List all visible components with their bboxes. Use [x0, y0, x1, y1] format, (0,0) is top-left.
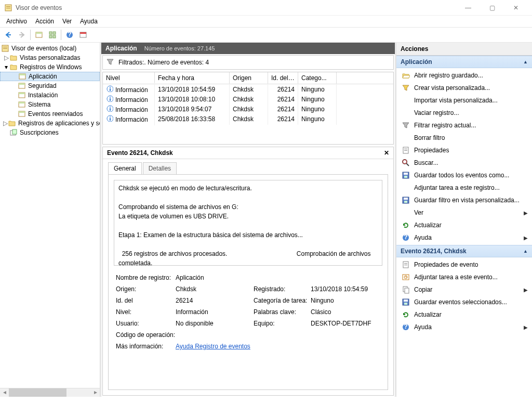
action-item[interactable]: Adjuntar tarea a este evento...	[396, 271, 532, 283]
action-item[interactable]: Guardar eventos seleccionados...	[396, 296, 532, 308]
save-icon	[402, 298, 410, 306]
action-item[interactable]: Borrar filtro	[396, 132, 532, 144]
tree-custom-views[interactable]: ▷ Vistas personalizadas	[0, 53, 100, 62]
subscription-icon	[9, 128, 18, 137]
toolbar-btn1[interactable]	[33, 29, 45, 41]
action-label: Filtrar registro actual...	[414, 122, 476, 129]
collapse-icon[interactable]: ▾	[3, 64, 9, 70]
tab-details[interactable]: Detalles	[143, 162, 177, 174]
tree-windows-logs[interactable]: ▾ Registros de Windows	[0, 62, 100, 72]
actions-header: Acciones	[396, 43, 532, 56]
action-item[interactable]: Guardar todos los eventos como...	[396, 169, 532, 181]
app-icon	[4, 4, 12, 12]
props-icon	[402, 146, 410, 154]
expand-icon[interactable]: ▷	[3, 120, 8, 126]
tree-subscriptions[interactable]: Suscripciones	[0, 128, 100, 137]
toolbar-sep	[30, 30, 31, 40]
action-label: Adjuntar tarea a este registro...	[414, 184, 500, 191]
action-label: Borrar filtro	[414, 134, 445, 141]
action-label: Ayuda	[414, 323, 432, 331]
event-message[interactable]: Chkdsk se ejecutó en modo de lectura/esc…	[114, 180, 382, 266]
action-item[interactable]: Importar vista personalizada...	[396, 94, 532, 107]
action-item[interactable]: Adjuntar tarea a este registro...	[396, 181, 532, 194]
maximize-button[interactable]: ▢	[480, 0, 504, 16]
task-icon	[402, 273, 410, 281]
lbl-eventid: Id. del	[116, 297, 176, 304]
tree-application[interactable]: Aplicación	[0, 72, 100, 81]
action-label: Abrir registro guardado...	[414, 72, 483, 79]
detail-title: Evento 26214, Chkdsk	[107, 149, 173, 157]
tree-root[interactable]: Visor de eventos (local)	[0, 44, 100, 53]
log-icon	[18, 72, 26, 81]
tab-general[interactable]: General	[108, 162, 142, 174]
lbl-logname: Nombre de registro:	[116, 274, 176, 281]
action-item[interactable]: Ver▶	[396, 206, 532, 219]
action-item[interactable]: Buscar...	[396, 157, 532, 169]
action-item[interactable]: Propiedades	[396, 144, 532, 157]
actions-section-event[interactable]: Evento 26214, Chkdsk▲	[396, 245, 532, 257]
info-icon	[106, 85, 113, 92]
action-item[interactable]: Ayuda▶	[396, 321, 532, 333]
action-label: Actualizar	[414, 222, 442, 229]
action-label: Actualizar	[414, 311, 442, 318]
tree-system[interactable]: Sistema	[0, 100, 100, 109]
action-item[interactable]: Vaciar registro...	[396, 107, 532, 119]
menu-file[interactable]: Archivo	[6, 18, 27, 25]
toolbar-btn3[interactable]	[77, 29, 89, 41]
log-icon	[18, 91, 26, 99]
window-title: Visor de eventos	[16, 4, 456, 11]
help-icon	[402, 323, 410, 331]
nav-tree[interactable]: Visor de eventos (local) ▷ Vistas person…	[0, 44, 100, 388]
col-source[interactable]: Origen	[230, 72, 268, 84]
lbl-taskcat: Categoría de tarea:	[254, 297, 311, 304]
menu-help[interactable]: Ayuda	[80, 18, 98, 25]
tree-apps-services[interactable]: ▷ Registros de aplicaciones y servicios	[0, 119, 100, 128]
action-label: Propiedades	[414, 147, 449, 154]
tree-forwarded[interactable]: Eventos reenviados	[0, 109, 100, 119]
action-item[interactable]: Copiar▶	[396, 283, 532, 296]
menu-view[interactable]: Ver	[62, 18, 72, 25]
toolbar-forward[interactable]	[16, 29, 28, 41]
props-icon	[402, 261, 410, 269]
val-level: Información	[176, 308, 254, 316]
action-item[interactable]: Abrir registro guardado...	[396, 69, 532, 82]
toolbar-back[interactable]	[2, 29, 15, 41]
action-label: Adjuntar tarea a este evento...	[414, 274, 498, 281]
event-grid[interactable]: Nivel Fecha y hora Origen Id. del ... Ca…	[102, 72, 394, 145]
col-category[interactable]: Catego...	[298, 72, 337, 84]
action-item[interactable]: Actualizar	[396, 219, 532, 231]
folder-icon	[9, 63, 18, 71]
chevron-up-icon: ▲	[523, 249, 528, 254]
action-item[interactable]: Actualizar	[396, 308, 532, 321]
val-eventid: 26214	[176, 297, 254, 304]
refresh-icon	[402, 310, 410, 319]
submenu-arrow-icon: ▶	[524, 287, 528, 293]
action-item[interactable]: Guardar filtro en vista personalizada...	[396, 194, 532, 206]
col-level[interactable]: Nivel	[103, 72, 155, 84]
action-item[interactable]: Ayuda▶	[396, 231, 532, 244]
folder-icon	[8, 119, 16, 127]
help-icon	[402, 233, 410, 242]
detail-close-button[interactable]: ✕	[384, 149, 389, 157]
tree-security[interactable]: Seguridad	[0, 81, 100, 90]
blank-icon	[402, 109, 410, 117]
action-item[interactable]: Propiedades de evento	[396, 258, 532, 271]
action-item[interactable]: Filtrar registro actual...	[396, 119, 532, 132]
col-eventid[interactable]: Id. del ...	[268, 72, 298, 84]
menu-action[interactable]: Acción	[35, 18, 54, 25]
tree-setup[interactable]: Instalación	[0, 90, 100, 100]
actions-section-application[interactable]: Aplicación▲	[396, 56, 532, 68]
event-row[interactable]: Información25/08/2018 16:33:58Chkdsk2621…	[103, 114, 393, 124]
close-button[interactable]: ✕	[504, 0, 528, 16]
action-item[interactable]: Crear vista personalizada...	[396, 82, 532, 94]
col-datetime[interactable]: Fecha y hora	[155, 72, 230, 84]
toolbar-help[interactable]	[63, 29, 76, 41]
val-computer: DESKTOP-DET7DHF	[311, 320, 388, 327]
toolbar-btn2[interactable]	[46, 29, 59, 41]
link-eventlog-help[interactable]: Ayuda Registro de eventos	[176, 343, 250, 350]
filter-text: Filtrados:. Número de eventos: 4	[118, 59, 209, 66]
minimize-button[interactable]: —	[456, 0, 480, 16]
log-icon	[18, 100, 26, 109]
expand-icon[interactable]: ▷	[3, 55, 9, 61]
tree-hscrollbar[interactable]: ◂ ▸	[0, 388, 100, 397]
